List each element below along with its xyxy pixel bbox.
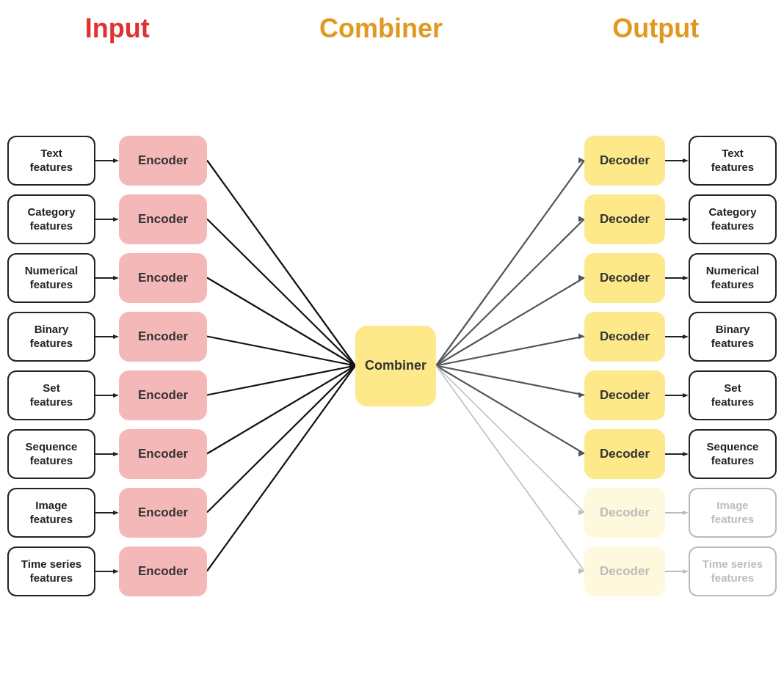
input-arrow-category xyxy=(95,215,119,224)
diagram-container: Input Combiner Output Text features Enco… xyxy=(0,0,784,680)
output-arrow-4 xyxy=(665,391,689,400)
svg-marker-61 xyxy=(683,511,689,515)
input-arrow-text xyxy=(95,156,119,165)
encoder-sequence: Encoder xyxy=(119,429,207,479)
combiner-box: Combiner xyxy=(355,326,436,406)
svg-marker-47 xyxy=(113,569,119,574)
encoder-image: Encoder xyxy=(119,488,207,538)
output-feature-2: Numerical features xyxy=(689,253,777,303)
input-feature-text: Text features xyxy=(7,136,95,186)
output-arrow-5 xyxy=(665,450,689,458)
input-feature-timeseries: Time series features xyxy=(7,546,95,596)
output-row-0: Decoder Text features xyxy=(584,136,777,186)
svg-marker-31 xyxy=(578,569,584,574)
encoder-set: Encoder xyxy=(119,370,207,420)
input-row-category: Category features Encoder xyxy=(7,194,207,244)
output-arrow-2 xyxy=(665,274,689,282)
svg-marker-57 xyxy=(683,393,689,398)
input-title: Input xyxy=(85,13,150,44)
svg-marker-39 xyxy=(113,334,119,339)
svg-marker-37 xyxy=(113,276,119,280)
input-feature-binary: Binary features xyxy=(7,312,95,362)
output-feature-6: Image features xyxy=(689,488,777,538)
encoder-category: Encoder xyxy=(119,194,207,244)
svg-marker-29 xyxy=(578,510,584,516)
svg-marker-41 xyxy=(113,393,119,398)
output-feature-4: Set features xyxy=(689,370,777,420)
input-feature-category: Category features xyxy=(7,194,95,244)
input-arrow-sequence xyxy=(95,450,119,458)
output-row-4: Decoder Set features xyxy=(584,370,777,420)
output-title: Output xyxy=(612,13,699,44)
input-row-set: Set features Encoder xyxy=(7,370,207,420)
svg-marker-55 xyxy=(683,334,689,339)
svg-marker-17 xyxy=(578,158,584,164)
svg-marker-45 xyxy=(113,511,119,515)
input-feature-image: Image features xyxy=(7,488,95,538)
input-feature-numerical: Numerical features xyxy=(7,253,95,303)
output-feature-7: Time series features xyxy=(689,546,777,596)
input-feature-sequence: Sequence features xyxy=(7,429,95,479)
input-row-text: Text features Encoder xyxy=(7,136,207,186)
input-row-sequence: Sequence features Encoder xyxy=(7,429,207,479)
svg-marker-33 xyxy=(113,158,119,163)
svg-marker-19 xyxy=(578,216,584,222)
decoder-6: Decoder xyxy=(584,488,665,538)
output-row-1: Decoder Category features xyxy=(584,194,777,244)
output-row-5: Decoder Sequence features xyxy=(584,429,777,479)
main-area: Text features EncoderCategory features E… xyxy=(0,51,784,680)
output-arrow-3 xyxy=(665,332,689,341)
output-arrow-6 xyxy=(665,508,689,517)
decoder-3: Decoder xyxy=(584,312,665,362)
svg-marker-27 xyxy=(578,451,584,457)
output-feature-0: Text features xyxy=(689,136,777,186)
input-arrow-binary xyxy=(95,332,119,341)
output-arrow-7 xyxy=(665,567,689,576)
svg-marker-53 xyxy=(683,276,689,280)
decoder-2: Decoder xyxy=(584,253,665,303)
output-row-6: Decoder Image features xyxy=(584,488,777,538)
output-feature-5: Sequence features xyxy=(689,429,777,479)
svg-marker-35 xyxy=(113,217,119,222)
output-feature-3: Binary features xyxy=(689,312,777,362)
header: Input Combiner Output xyxy=(0,0,784,51)
output-row-7: Decoder Time series features xyxy=(584,546,777,596)
svg-marker-63 xyxy=(683,569,689,574)
decoder-7: Decoder xyxy=(584,546,665,596)
combiner-title: Combiner xyxy=(319,13,443,44)
input-arrow-timeseries xyxy=(95,567,119,576)
combiner-label: Combiner xyxy=(365,358,427,373)
encoder-binary: Encoder xyxy=(119,312,207,362)
input-feature-set: Set features xyxy=(7,370,95,420)
input-arrow-image xyxy=(95,508,119,517)
encoder-timeseries: Encoder xyxy=(119,546,207,596)
input-row-binary: Binary features Encoder xyxy=(7,312,207,362)
decoder-1: Decoder xyxy=(584,194,665,244)
svg-marker-21 xyxy=(578,275,584,281)
svg-marker-51 xyxy=(683,217,689,222)
input-arrow-set xyxy=(95,391,119,400)
encoder-text: Encoder xyxy=(119,136,207,186)
input-arrow-numerical xyxy=(95,274,119,282)
decoder-4: Decoder xyxy=(584,370,665,420)
input-row-numerical: Numerical features Encoder xyxy=(7,253,207,303)
svg-marker-49 xyxy=(683,158,689,163)
output-feature-1: Category features xyxy=(689,194,777,244)
output-row-3: Decoder Binary features xyxy=(584,312,777,362)
input-row-timeseries: Time series features Encoder xyxy=(7,546,207,596)
decoder-5: Decoder xyxy=(584,429,665,479)
input-row-image: Image features Encoder xyxy=(7,488,207,538)
svg-marker-59 xyxy=(683,452,689,456)
decoder-0: Decoder xyxy=(584,136,665,186)
encoder-numerical: Encoder xyxy=(119,253,207,303)
svg-marker-43 xyxy=(113,452,119,456)
output-arrow-0 xyxy=(665,156,689,165)
output-arrow-1 xyxy=(665,215,689,224)
output-row-2: Decoder Numerical features xyxy=(584,253,777,303)
